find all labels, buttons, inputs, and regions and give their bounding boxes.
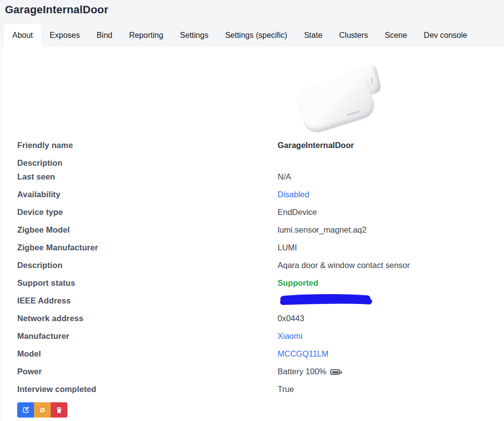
tab-reporting[interactable]: Reporting [121,24,171,47]
info-label: Device type [1,206,278,218]
info-row-friendly-name: Friendly nameGarageInternalDoor [1,139,504,157]
info-row-zigbee-model: Zigbee Modellumi.sensor_magnet.aq2 [1,224,504,241]
device-action-buttons [17,402,67,418]
info-value: Disabled [278,188,309,200]
info-value: lumi.sensor_magnet.aq2 [278,224,367,236]
info-value: LUMI [278,241,297,253]
power-source-text: Battery 100% [278,367,326,376]
tab-exposes[interactable]: Exposes [41,24,88,47]
reinterview-icon [38,406,46,414]
info-row-manufacturer: ManufacturerXiaomi [1,330,504,348]
info-label: Zigbee Model [1,224,278,236]
tab-bind[interactable]: Bind [88,24,121,47]
info-row-zigbee-manufacturer: Zigbee ManufacturerLUMI [1,241,504,259]
info-row-interview-completed: Interview completedTrue [1,383,504,401]
info-label: Last seen [1,171,278,182]
info-row-support-status: Support statusSupported [1,277,504,295]
info-label: Support status [1,277,278,289]
info-label: Description [1,157,278,169]
remove-button[interactable] [51,402,67,418]
tab-about[interactable]: About [4,24,41,47]
tab-settings-specific[interactable]: Settings (specific) [217,24,295,47]
about-tab-content: Friendly nameGarageInternalDoorDescripti… [1,47,504,421]
info-row-availability: AvailabilityDisabled [1,188,504,206]
info-row-description: DescriptionAqara door & window contact s… [1,259,504,277]
info-value: N/A [278,171,291,182]
device-info-list: Friendly nameGarageInternalDoorDescripti… [1,139,504,401]
info-value [278,295,375,306]
tab-settings[interactable]: Settings [172,24,217,47]
info-value: Supported [278,277,318,289]
info-label: Power [1,365,278,377]
edit-icon [22,406,30,414]
info-label: IEEE Address [1,295,278,306]
info-value: Xiaomi [278,330,302,342]
info-row-description: Description [1,157,504,171]
reinterview-button[interactable] [34,402,51,418]
battery-full-icon [330,369,340,375]
info-label: Network address [1,312,278,324]
sensor-body-part [294,70,377,135]
info-value: Battery 100% [278,365,340,377]
info-row-device-type: Device typeEndDevice [1,206,504,224]
info-value: True [278,383,294,395]
trash-icon [56,406,63,414]
info-row-network-address: Network address0x0443 [1,312,504,330]
info-label: Zigbee Manufacturer [1,241,278,253]
tab-clusters[interactable]: Clusters [331,24,377,47]
info-label: Interview completed [1,383,278,395]
device-photo [295,66,384,139]
tab-state[interactable]: State [296,24,331,47]
info-label: Availability [1,188,278,200]
page-header: GarageInternalDoor AboutExposesBindRepor… [0,0,504,47]
info-label: Model [1,348,278,360]
info-label: Friendly name [1,139,278,151]
info-row-model: ModelMCCGQ11LM [1,348,504,365]
redaction-scribble [278,294,375,306]
info-value: 0x0443 [278,312,304,324]
tab-bar: AboutExposesBindReportingSettingsSetting… [4,24,504,47]
info-row-ieee-address: IEEE Address [1,295,504,312]
info-value-link-model[interactable]: MCCGQ11LM [278,349,328,358]
page-title: GarageInternalDoor [0,0,504,16]
info-row-last-seen: Last seenN/A [1,171,504,188]
edit-button[interactable] [17,402,34,418]
tab-dev-console[interactable]: Dev console [415,24,475,47]
info-value: MCCGQ11LM [278,348,328,360]
info-value: EndDevice [278,206,317,218]
tab-scene[interactable]: Scene [377,24,415,47]
info-value-link-availability[interactable]: Disabled [278,190,309,199]
info-label: Manufacturer [1,330,278,342]
info-value: GarageInternalDoor [278,139,354,151]
info-row-power: PowerBattery 100% [1,365,504,383]
info-label: Description [1,259,278,271]
info-value-link-manufacturer[interactable]: Xiaomi [278,331,302,340]
info-value: Aqara door & window contact sensor [278,259,410,271]
